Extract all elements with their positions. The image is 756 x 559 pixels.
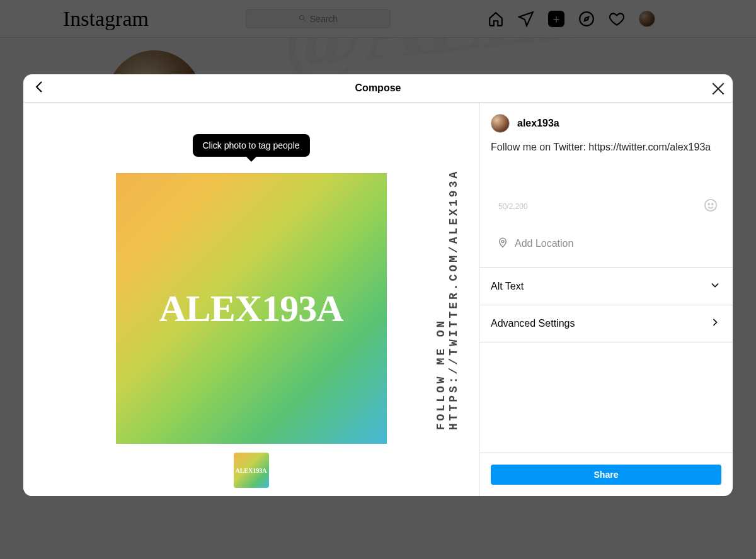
thumbnail[interactable]: ALEX193A [234, 453, 269, 488]
char-counter: 50/2,200 [498, 202, 528, 211]
preview-side-text: FOLLOW ME ON HTTPS://TWITTER.COM/ALEX193… [435, 169, 460, 429]
modal-header: Compose [23, 74, 733, 103]
composer-username: alex193a [517, 118, 559, 129]
svg-point-9 [712, 203, 713, 205]
share-button[interactable]: Share [491, 465, 721, 485]
svg-point-10 [501, 240, 504, 243]
share-region: Share [479, 453, 733, 496]
location-row [491, 229, 721, 258]
location-pin-icon [497, 237, 508, 251]
alt-text-label: Alt Text [491, 281, 524, 292]
thumbnail-strip: ALEX193A [234, 453, 269, 488]
composer-user-row: alex193a [479, 103, 733, 139]
advanced-settings-row[interactable]: Advanced Settings [479, 305, 733, 342]
svg-point-7 [705, 200, 716, 211]
location-input[interactable] [515, 238, 715, 249]
post-image-preview[interactable]: ALEX193A [116, 173, 387, 444]
chevron-down-icon [709, 279, 721, 294]
alt-text-row[interactable]: Alt Text [479, 267, 733, 305]
close-button[interactable] [710, 81, 726, 99]
preview-image-text: ALEX193A [159, 287, 343, 330]
caption-input[interactable]: Follow me on Twitter: https://twitter.co… [491, 139, 721, 193]
chevron-right-icon [709, 316, 721, 331]
image-preview-pane: Click photo to tag people ALEX193A FOLLO… [23, 103, 479, 496]
tag-tooltip: Click photo to tag people [192, 134, 309, 157]
back-button[interactable] [32, 79, 47, 97]
caption-area: Follow me on Twitter: https://twitter.co… [491, 139, 721, 223]
advanced-settings-label: Advanced Settings [491, 318, 575, 329]
compose-modal: Compose Click photo to tag people ALEX19… [23, 74, 733, 496]
modal-title: Compose [355, 82, 401, 94]
compose-details-pane: alex193a Follow me on Twitter: https://t… [479, 103, 733, 496]
emoji-picker-icon[interactable] [704, 198, 718, 214]
composer-avatar [491, 114, 510, 133]
svg-point-8 [708, 203, 709, 205]
